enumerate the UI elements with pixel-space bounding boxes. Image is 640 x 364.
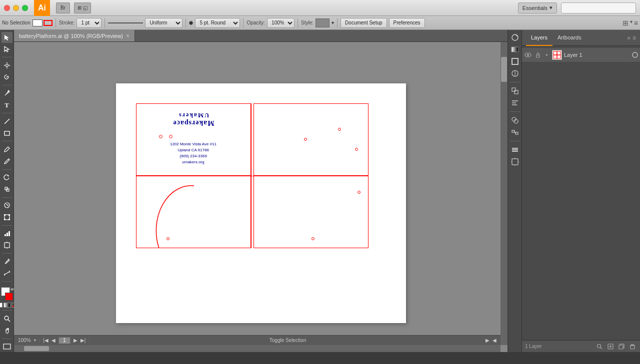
first-page-button[interactable]: |◀ <box>43 338 48 343</box>
svg-rect-56 <box>554 51 557 55</box>
next-page-button[interactable]: ▶ <box>74 338 78 343</box>
swap-colors-icon[interactable]: ⇄ <box>10 287 14 292</box>
layer-target-indicator[interactable] <box>632 52 638 58</box>
svg-line-61 <box>600 347 602 349</box>
layers-copy-button[interactable] <box>617 343 626 351</box>
divider6 <box>337 18 338 28</box>
vertical-scrollbar[interactable] <box>500 42 508 345</box>
bottom-bar: 100% ▾ | |◀ ◀ ▶ ▶| | Toggle Selection ▶ … <box>14 335 500 345</box>
search-input[interactable] <box>561 2 636 13</box>
prev-page-button[interactable]: ◀ <box>52 338 56 343</box>
stroke-select[interactable]: 1 pt 2 pt 3 pt <box>76 18 102 28</box>
appearance-panel-button[interactable] <box>510 68 520 79</box>
workspace-icon2: ◱ <box>83 5 88 10</box>
svg-rect-46 <box>512 149 518 150</box>
rotate-tool[interactable] <box>2 172 12 183</box>
stroke-box[interactable] <box>44 20 52 26</box>
opacity-select[interactable]: 100% 75% 50% <box>267 18 294 28</box>
bridge-button[interactable]: Br <box>56 2 70 13</box>
screen-mode-button[interactable] <box>2 342 12 353</box>
toggle-selection-button[interactable]: ▶ <box>486 338 490 343</box>
layers-add-button[interactable] <box>606 343 615 351</box>
scale-tool[interactable] <box>2 184 12 195</box>
scrollbar-thumb-horizontal[interactable] <box>24 346 49 351</box>
tab-close-button[interactable]: × <box>126 32 130 39</box>
layers-expand-icon[interactable]: » <box>627 34 630 41</box>
transform-panel-button[interactable] <box>510 85 520 96</box>
arrange-icon[interactable]: ⊞ <box>622 19 628 27</box>
maximize-button[interactable] <box>22 5 28 11</box>
workspace-button[interactable]: ⊞ ◱ <box>74 2 91 13</box>
preferences-button[interactable]: Preferences <box>389 18 425 28</box>
document-tab[interactable]: batteryPlatform.ai @ 100% (RGB/Preview) … <box>14 30 135 41</box>
stroke-color-swatch[interactable] <box>5 293 13 301</box>
window-controls[interactable] <box>4 5 28 11</box>
tab-artboards[interactable]: Artboards <box>552 30 586 46</box>
gradient-panel-button[interactable] <box>510 44 520 55</box>
eyedropper-tool[interactable] <box>2 256 12 267</box>
pen-tool[interactable] <box>2 88 12 99</box>
stroke-type-select[interactable]: Uniform <box>145 18 182 28</box>
fill-box[interactable] <box>32 19 42 26</box>
paintbrush-tool[interactable] <box>2 144 12 155</box>
scrollbar-thumb-vertical[interactable] <box>501 57 507 82</box>
color-panel-button[interactable] <box>510 32 520 43</box>
horizontal-scrollbar[interactable] <box>14 345 500 352</box>
arrange-chevron-icon[interactable]: ▾ <box>630 19 632 27</box>
card-bottom-right <box>254 176 368 248</box>
measure-tool[interactable] <box>2 268 12 279</box>
zoom-tool[interactable] <box>2 313 12 324</box>
svg-rect-42 <box>512 130 514 132</box>
panel-toggle-icon[interactable]: ≡ <box>634 19 638 27</box>
tab-layers[interactable]: Layers <box>526 30 552 46</box>
svg-rect-43 <box>516 132 518 134</box>
line-tool[interactable] <box>2 116 12 127</box>
free-transform-tool[interactable] <box>2 212 12 223</box>
artboard: Makerspace UMakers 1202 Monte Vista Ave … <box>116 83 406 323</box>
brush-select[interactable]: 5 pt. Round <box>195 18 240 28</box>
pencil-tool[interactable] <box>2 156 12 167</box>
hide-button[interactable]: ◀ <box>492 338 496 343</box>
lasso-tool[interactable] <box>2 72 12 83</box>
tool-separator8 <box>2 253 12 254</box>
magic-wand-tool[interactable] <box>2 60 12 71</box>
layer-item[interactable]: Layer 1 <box>522 48 640 62</box>
color-swatches[interactable]: ⇄ <box>0 287 14 301</box>
artboards-panel-button[interactable] <box>510 156 520 167</box>
layers-menu-icon[interactable]: ≡ <box>632 34 636 41</box>
direct-selection-tool[interactable] <box>2 44 12 55</box>
svg-rect-35 <box>512 88 516 91</box>
type-tool[interactable]: T <box>2 100 12 111</box>
links-panel-button[interactable] <box>510 127 520 138</box>
warp-tool[interactable] <box>2 200 12 211</box>
layer-visibility-icon[interactable] <box>524 51 532 59</box>
hand-tool[interactable] <box>2 325 12 336</box>
style-indicator[interactable] <box>316 18 330 27</box>
graph-tool[interactable] <box>2 228 12 239</box>
gradient-fill-button[interactable] <box>4 303 10 308</box>
layer-lock-icon[interactable] <box>534 51 542 59</box>
right-panel <box>508 30 522 352</box>
layer-expand-icon[interactable] <box>544 52 550 58</box>
layers-panel: Layers Artboards » ≡ <box>522 30 640 352</box>
stroke-panel-button[interactable] <box>510 56 520 67</box>
essentials-button[interactable]: Essentials ▾ <box>518 2 557 13</box>
pathfinder-panel-button[interactable] <box>510 115 520 126</box>
layers-search-button[interactable] <box>595 343 604 351</box>
dot-tr2 <box>355 148 358 151</box>
close-button[interactable] <box>4 5 10 11</box>
align-panel-button[interactable] <box>510 97 520 108</box>
document-setup-button[interactable]: Document Setup <box>340 18 387 28</box>
selection-tool[interactable] <box>2 32 12 43</box>
page-input[interactable] <box>58 337 70 344</box>
layers-delete-button[interactable] <box>628 343 637 351</box>
artboard-tool[interactable] <box>2 240 12 251</box>
arc-shape <box>136 176 252 248</box>
svg-point-54 <box>527 54 529 56</box>
last-page-button[interactable]: ▶| <box>80 338 86 343</box>
layers-panel-button[interactable] <box>510 144 520 155</box>
svg-line-6 <box>4 119 10 124</box>
rect-tool[interactable] <box>2 128 12 139</box>
minimize-button[interactable] <box>13 5 19 11</box>
solid-fill-button[interactable] <box>0 303 2 308</box>
